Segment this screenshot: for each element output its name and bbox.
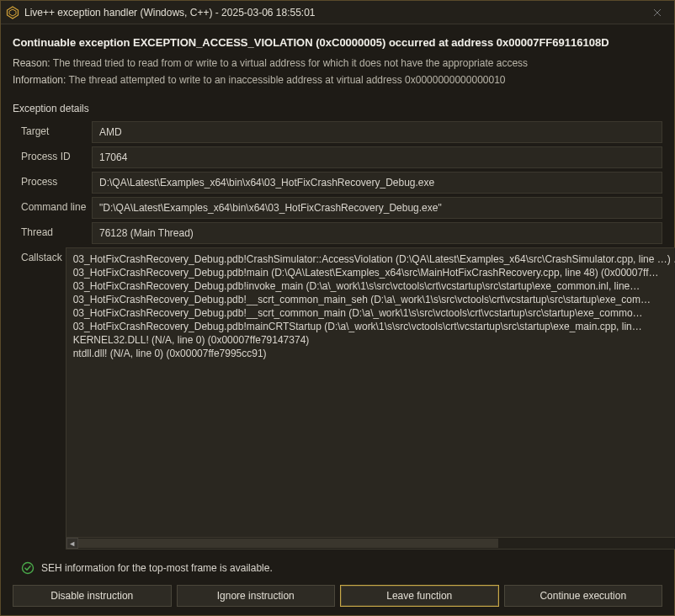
field-value[interactable]: "D:\QA\Latest\Examples_x64\bin\x64\03_Ho… xyxy=(92,197,662,219)
callstack-line[interactable]: 03_HotFixCrashRecovery_Debug.pdb!mainCRT… xyxy=(73,320,675,333)
reason-label: Reason: xyxy=(13,57,50,69)
section-title: Exception details xyxy=(13,103,662,114)
dialog-window: Live++ exception handler (Windows, C++) … xyxy=(0,0,675,616)
callstack-box[interactable]: 03_HotFixCrashRecovery_Debug.pdb!CrashSi… xyxy=(66,247,675,550)
status-row: SEH information for the top-most frame i… xyxy=(13,561,662,575)
status-text: SEH information for the top-most frame i… xyxy=(41,562,273,574)
check-circle-icon xyxy=(21,561,35,575)
field-label: Command line xyxy=(13,197,92,219)
ignore-instruction-button[interactable]: Ignore instruction xyxy=(177,585,336,607)
field-process-id: Process ID 17064 xyxy=(13,146,662,168)
scroll-track[interactable] xyxy=(78,538,675,549)
field-value[interactable]: AMD xyxy=(92,121,662,143)
callstack-line[interactable]: 03_HotFixCrashRecovery_Debug.pdb!main (D… xyxy=(73,266,675,279)
information-label: Information: xyxy=(13,74,66,86)
field-value[interactable]: D:\QA\Latest\Examples_x64\bin\x64\03_Hot… xyxy=(92,172,662,194)
field-command-line: Command line "D:\QA\Latest\Examples_x64\… xyxy=(13,197,662,219)
callstack-text[interactable]: 03_HotFixCrashRecovery_Debug.pdb!CrashSi… xyxy=(66,248,675,537)
exception-details: Target AMD Process ID 17064 Process D:\Q… xyxy=(13,121,662,553)
reason-line: Reason: The thread tried to read from or… xyxy=(13,57,662,69)
callstack-line[interactable]: 03_HotFixCrashRecovery_Debug.pdb!CrashSi… xyxy=(73,252,675,266)
exception-headline: Continuable exception EXCEPTION_ACCESS_V… xyxy=(13,36,662,49)
callstack-line[interactable]: 03_HotFixCrashRecovery_Debug.pdb!invoke_… xyxy=(73,279,675,293)
disable-instruction-button[interactable]: Disable instruction xyxy=(13,585,172,607)
svg-marker-1 xyxy=(9,9,16,16)
app-icon xyxy=(6,6,19,19)
field-label: Target xyxy=(13,121,92,143)
field-label: Thread xyxy=(13,222,92,244)
field-label: Callstack xyxy=(13,247,66,550)
button-row: Disable instruction Ignore instruction L… xyxy=(13,585,662,607)
leave-function-button[interactable]: Leave function xyxy=(340,585,499,607)
callstack-line[interactable]: 03_HotFixCrashRecovery_Debug.pdb!__scrt_… xyxy=(73,306,675,320)
field-callstack: Callstack 03_HotFixCrashRecovery_Debug.p… xyxy=(13,247,662,550)
close-button[interactable] xyxy=(646,4,669,21)
callstack-container: 03_HotFixCrashRecovery_Debug.pdb!CrashSi… xyxy=(66,247,675,550)
field-process: Process D:\QA\Latest\Examples_x64\bin\x6… xyxy=(13,172,662,194)
field-thread: Thread 76128 (Main Thread) xyxy=(13,222,662,244)
callstack-hscrollbar[interactable]: ◄ ► xyxy=(66,537,675,549)
scroll-left-button[interactable]: ◄ xyxy=(66,538,78,549)
reason-text: The thread tried to read from or write t… xyxy=(53,57,528,69)
information-text: The thread attempted to write to an inac… xyxy=(69,74,506,86)
dialog-content: Continuable exception EXCEPTION_ACCESS_V… xyxy=(1,24,674,615)
field-label: Process xyxy=(13,172,92,194)
titlebar[interactable]: Live++ exception handler (Windows, C++) … xyxy=(1,1,674,24)
field-label: Process ID xyxy=(13,146,92,168)
window-title: Live++ exception handler (Windows, C++) … xyxy=(24,7,646,19)
callstack-line[interactable]: KERNEL32.DLL! (N/A, line 0) (0x00007ffe7… xyxy=(73,333,675,347)
scroll-thumb[interactable] xyxy=(78,539,498,548)
information-line: Information: The thread attempted to wri… xyxy=(13,74,662,86)
continue-execution-button[interactable]: Continue execution xyxy=(504,585,663,607)
field-target: Target AMD xyxy=(13,121,662,143)
field-value[interactable]: 17064 xyxy=(92,146,662,168)
callstack-line[interactable]: ntdll.dll! (N/A, line 0) (0x00007ffe7995… xyxy=(73,347,675,360)
callstack-line[interactable]: 03_HotFixCrashRecovery_Debug.pdb!__scrt_… xyxy=(73,293,675,306)
field-value[interactable]: 76128 (Main Thread) xyxy=(92,222,662,244)
close-icon xyxy=(653,8,662,17)
svg-marker-0 xyxy=(8,7,19,19)
